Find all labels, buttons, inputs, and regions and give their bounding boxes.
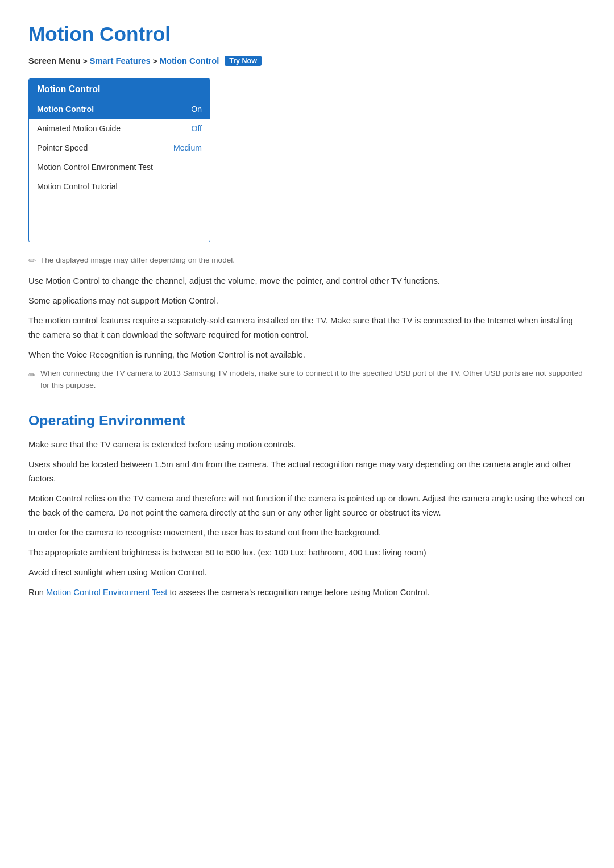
environment-test-link[interactable]: Motion Control Environment Test	[46, 588, 167, 597]
body-paragraph-1: Use Motion Control to change the channel…	[28, 274, 586, 288]
try-now-badge[interactable]: Try Now	[225, 56, 262, 66]
op-paragraph-5: The appropriate ambient brightness is be…	[28, 546, 586, 560]
menu-item-animated-motion-guide[interactable]: Animated Motion Guide Off	[29, 119, 210, 138]
op-paragraph-last: Run Motion Control Environment Test to a…	[28, 585, 586, 600]
page-title: Motion Control	[28, 23, 586, 45]
op-paragraph-2: Users should be located between 1.5m and…	[28, 458, 586, 486]
pencil-icon: ✏	[28, 255, 36, 266]
op-last-suffix: to assess the camera's recognition range…	[167, 588, 429, 597]
pencil-icon-2: ✏	[28, 368, 36, 382]
op-paragraph-1: Make sure that the TV camera is extended…	[28, 438, 586, 452]
menu-item-animated-motion-guide-label: Animated Motion Guide	[37, 124, 121, 133]
menu-item-pointer-speed-value: Medium	[173, 143, 202, 152]
menu-item-motion-control-label: Motion Control	[37, 105, 94, 114]
menu-item-pointer-speed-label: Pointer Speed	[37, 143, 88, 152]
breadcrumb-separator-1: >	[83, 57, 88, 65]
op-paragraph-3: Motion Control relies on the TV camera a…	[28, 492, 586, 520]
menu-item-motion-control-value: On	[191, 105, 202, 114]
op-paragraph-6: Avoid direct sunlight when using Motion …	[28, 566, 586, 580]
menu-item-animated-motion-guide-value: Off	[191, 124, 202, 133]
body-paragraph-3: The motion control features require a se…	[28, 314, 586, 342]
breadcrumb-motion-control[interactable]: Motion Control	[160, 56, 219, 65]
menu-item-tutorial-label: Motion Control Tutorial	[37, 182, 118, 191]
breadcrumb-screen-menu: Screen Menu	[28, 56, 81, 65]
breadcrumb: Screen Menu > Smart Features > Motion Co…	[28, 56, 586, 66]
breadcrumb-separator-2: >	[153, 57, 157, 65]
menu-item-tutorial[interactable]: Motion Control Tutorial	[29, 177, 210, 196]
menu-box-header: Motion Control	[29, 79, 210, 99]
operating-environment-title: Operating Environment	[28, 413, 586, 429]
menu-item-environment-test-label: Motion Control Environment Test	[37, 163, 153, 172]
camera-note-row: ✏ When connecting the TV camera to 2013 …	[28, 368, 586, 391]
breadcrumb-smart-features[interactable]: Smart Features	[90, 56, 151, 65]
menu-box: Motion Control Motion Control On Animate…	[28, 78, 210, 242]
display-note-row: ✏ The displayed image may differ dependi…	[28, 255, 586, 266]
menu-empty-space	[29, 196, 210, 242]
body-paragraph-2: Some applications may not support Motion…	[28, 294, 586, 308]
menu-item-motion-control[interactable]: Motion Control On	[29, 99, 210, 119]
menu-item-environment-test[interactable]: Motion Control Environment Test	[29, 157, 210, 177]
camera-note-text: When connecting the TV camera to 2013 Sa…	[40, 368, 586, 391]
op-paragraph-4: In order for the camera to recognise mov…	[28, 526, 586, 540]
body-paragraph-4: When the Voice Recognition is running, t…	[28, 348, 586, 362]
display-note-text: The displayed image may differ depending…	[40, 255, 235, 266]
op-last-prefix: Run	[28, 588, 46, 597]
menu-item-pointer-speed[interactable]: Pointer Speed Medium	[29, 138, 210, 157]
